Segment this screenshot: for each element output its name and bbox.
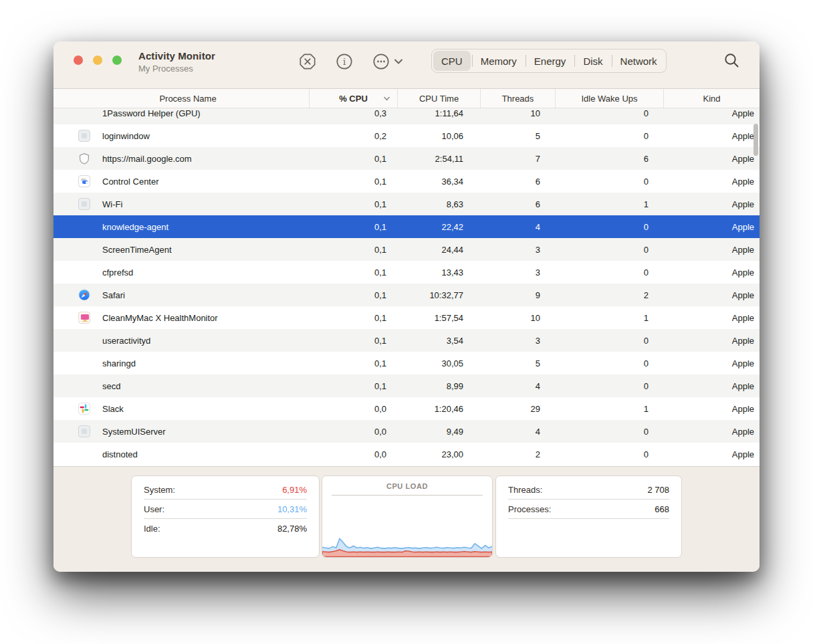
cpu-time-cell: 10,06	[397, 131, 480, 141]
generic-app-icon	[78, 425, 90, 437]
cpu-percent-cell: 0,0	[309, 404, 397, 414]
cpu-percent-cell: 0,1	[309, 199, 397, 209]
process-row[interactable]: secd0,18,9940Apple	[53, 374, 760, 397]
process-name: Slack	[102, 404, 124, 414]
cpu-percent-cell: 0,0	[309, 427, 397, 437]
tab-memory[interactable]: Memory	[472, 51, 526, 71]
threads-value: 2 708	[647, 485, 669, 495]
no-icon	[78, 380, 90, 392]
counts-panel: Threads: 2 708 Processes: 668	[495, 475, 682, 558]
safari-icon	[78, 289, 90, 301]
process-row[interactable]: cfprefsd0,113,4330Apple	[53, 261, 760, 284]
activity-monitor-window: Activity Monitor My Processes i CPUMemor…	[53, 41, 760, 572]
threads-cell: 3	[480, 336, 555, 346]
idle-wake-ups-cell: 0	[555, 427, 663, 437]
process-row[interactable]: Wi-Fi0,18,6361Apple	[53, 193, 760, 215]
no-icon	[78, 266, 90, 278]
kind-cell: Apple	[663, 222, 760, 232]
idle-wake-ups-cell: 2	[555, 290, 663, 300]
process-name-cell: 1Password Helper (GPU)	[53, 108, 309, 124]
threads-cell: 4	[480, 222, 555, 232]
tab-energy[interactable]: Energy	[526, 51, 575, 71]
cpu-time-cell: 3,54	[397, 336, 480, 346]
cpu-time-cell: 22,42	[397, 222, 480, 232]
idle-label: Idle:	[144, 524, 160, 534]
cpu-time-cell: 1:11,64	[397, 108, 480, 118]
inspect-info-icon[interactable]: i	[336, 53, 353, 70]
threads-cell: 6	[480, 177, 555, 187]
process-row[interactable]: Slack0,01:20,46291Apple	[53, 397, 760, 420]
process-row[interactable]: knowledge-agent0,122,4240Apple	[53, 215, 760, 238]
kind-cell: Apple	[663, 427, 760, 437]
zoom-button[interactable]	[112, 56, 122, 65]
cpu-percent-cell: 0,1	[309, 267, 397, 278]
threads-cell: 9	[480, 290, 555, 300]
process-name-cell: ScreenTimeAgent	[53, 238, 309, 261]
column-header-cpu[interactable]: % CPU	[309, 89, 397, 108]
process-name-cell: Wi-Fi	[53, 193, 309, 215]
idle-wake-ups-cell: 0	[555, 131, 663, 141]
idle-value: 82,78%	[277, 524, 307, 534]
kind-cell: Apple	[663, 177, 760, 187]
process-row[interactable]: useractivityd0,13,5430Apple	[53, 329, 760, 352]
vertical-scrollbar[interactable]	[753, 124, 758, 156]
process-row[interactable]: ScreenTimeAgent0,124,4430Apple	[53, 238, 760, 261]
process-row[interactable]: distnoted0,023,0020Apple	[53, 443, 760, 465]
stop-process-icon[interactable]	[299, 53, 316, 70]
cpu-percent-cell: 0,1	[309, 358, 397, 368]
column-header-idle-wake-ups[interactable]: Idle Wake Ups	[555, 89, 663, 108]
threads-cell: 10	[480, 313, 555, 323]
cpu-percent-cell: 0,1	[309, 222, 397, 232]
process-row[interactable]: Safari0,110:32,7792Apple	[53, 284, 760, 306]
close-button[interactable]	[74, 56, 83, 65]
column-header-process-name[interactable]: Process Name	[53, 89, 309, 108]
column-header-kind[interactable]: Kind	[663, 89, 760, 108]
tab-cpu[interactable]: CPU	[433, 51, 471, 71]
idle-wake-ups-cell: 0	[555, 267, 663, 278]
cpu-time-cell: 8,63	[397, 199, 480, 209]
process-row[interactable]: https://mail.google.com0,12:54,1176Apple	[53, 147, 760, 170]
process-row[interactable]: Control Center0,136,3460Apple	[53, 170, 760, 193]
process-name-cell: sharingd	[53, 352, 309, 374]
process-row[interactable]: CleanMyMac X HealthMonitor0,11:57,54101A…	[53, 306, 760, 329]
cpu-time-cell: 24,44	[397, 245, 480, 255]
footer-stats: System: 6,91% User: 10,31% Idle: 82,78% …	[53, 466, 760, 572]
shield-icon	[78, 152, 90, 165]
column-header-threads[interactable]: Threads	[480, 89, 555, 108]
process-name: ScreenTimeAgent	[102, 245, 172, 255]
search-icon[interactable]	[723, 52, 740, 69]
window-title: Activity Monitor	[138, 50, 215, 62]
column-header-cpu-time[interactable]: CPU Time	[397, 89, 480, 108]
kind-cell: Apple	[663, 381, 760, 391]
threads-cell: 4	[480, 381, 555, 391]
generic-app-icon	[78, 198, 90, 210]
process-row[interactable]: loginwindow0,210,0650Apple	[53, 124, 760, 147]
minimize-button[interactable]	[93, 56, 102, 65]
process-name: knowledge-agent	[102, 222, 168, 232]
tab-network[interactable]: Network	[612, 51, 666, 71]
no-icon	[78, 357, 90, 369]
cpu-time-cell: 30,05	[397, 358, 480, 368]
process-row[interactable]: SystemUIServer0,09,4940Apple	[53, 420, 760, 443]
kind-cell: Apple	[663, 245, 760, 255]
kind-cell: Apple	[663, 449, 760, 459]
cpu-percent-cell: 0,1	[309, 313, 397, 323]
process-row[interactable]: 1Password Helper (GPU)0,31:11,64100Apple	[53, 108, 760, 124]
cpu-percent-cell: 0,1	[309, 154, 397, 164]
more-options-icon[interactable]	[372, 53, 390, 70]
no-icon	[78, 108, 90, 119]
cpu-time-cell: 2:54,11	[397, 154, 480, 164]
process-name: loginwindow	[102, 131, 150, 141]
process-row[interactable]: sharingd0,130,0550Apple	[53, 352, 760, 374]
kind-cell: Apple	[663, 404, 760, 414]
process-name-cell: Safari	[53, 284, 309, 306]
cpu-percent-cell: 0,1	[309, 381, 397, 391]
chevron-down-icon[interactable]	[393, 56, 404, 67]
process-name: https://mail.google.com	[102, 154, 192, 164]
tab-disk[interactable]: Disk	[574, 51, 611, 71]
system-label: System:	[144, 485, 175, 495]
cpu-percent-cell: 0,1	[309, 290, 397, 300]
cpu-time-cell: 13,43	[397, 267, 480, 278]
process-name-cell: CleanMyMac X HealthMonitor	[53, 306, 309, 329]
process-name-cell: Slack	[53, 397, 309, 420]
